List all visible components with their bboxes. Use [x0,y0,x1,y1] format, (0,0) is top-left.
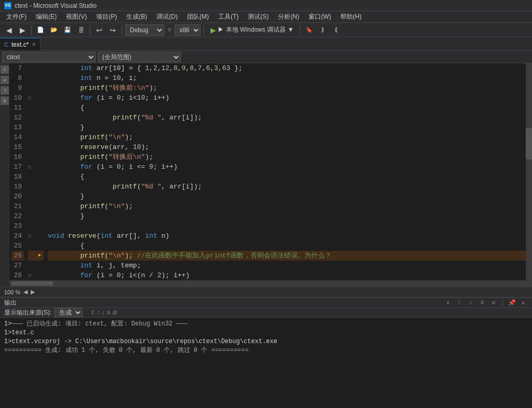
code-line-28: for (i = 0; i<(n / 2); i++) [48,270,526,280]
output-sep [502,299,503,306]
breakpoint-gutter: ➤ [35,63,44,280]
menu-analyze[interactable]: 分析(N) [274,11,303,23]
fold-8 [28,73,35,83]
output-clear-btn[interactable]: ⊘ [489,298,498,307]
fold-21 [28,201,35,211]
code-line-23 [48,221,526,231]
vertical-scrollbar[interactable] [526,63,532,280]
fold-24[interactable]: ⊟ [28,231,35,241]
code-line-25: { [48,241,526,251]
nav-bar: ctext (全局范围) [0,51,532,63]
fold-7 [28,63,35,73]
fold-13 [28,123,35,132]
output-line-2: 1>text.c [4,329,528,337]
scroll-left-icon[interactable]: ◀ [23,289,28,295]
line-num-13: 13 [11,123,24,132]
bp-18 [35,172,44,182]
toolbar-separator-3 [122,25,122,35]
code-line-10: for (i = 0; i<10; i++) [48,93,526,103]
new-button[interactable]: 📄 [35,24,46,36]
save-button[interactable]: 💾 [62,24,73,36]
bp-20 [35,192,44,201]
fold-17[interactable]: ⊟ [28,162,35,172]
code-line-8: int n = 10, i; [48,73,526,83]
menu-debug[interactable]: 调试(D) [152,11,182,23]
output-wrap-btn[interactable]: ≡ [477,298,487,307]
line-num-10: 10 [11,93,24,103]
toolbar-separator-2 [90,25,90,35]
activity-icon-2[interactable]: ⊕ [1,76,9,84]
back-button[interactable]: ◀ [3,24,15,36]
toolbar-separator-4 [204,25,204,35]
tab-close-icon[interactable]: ✕ [32,42,36,47]
code-line-20: } [48,192,526,201]
open-button[interactable]: 📂 [48,24,60,36]
output-toolbar: ⬆ ↑ ↓ ≡ ⊘ 📌 ✕ [443,298,528,307]
activity-icon-1[interactable]: ≡ [1,65,9,74]
code-line-27: int i, j, temp; [48,261,526,270]
output-close-btn[interactable]: ✕ [518,298,528,307]
activity-icon-3[interactable]: ⌖ [1,86,9,94]
platform-dropdown[interactable]: x86 x64 [175,24,201,36]
output-pin-btn[interactable]: 📌 [507,298,516,307]
redo-button[interactable]: ↪ [107,24,118,36]
run-button[interactable]: ▶ ▶ 本地 Windows 调试器 ▼ [207,25,297,34]
h-scroll-thumb[interactable] [11,281,53,285]
line-num-17: 17 [11,162,24,172]
forward-button[interactable]: ▶ [17,24,28,36]
save-all-button[interactable]: 🗄 [75,24,87,36]
code-line-19: printf("%d ", arr[i]); [48,182,526,192]
line-num-26: 26 [11,251,24,261]
output-source-label: 显示输出来源(S): [4,308,51,317]
code-line-22: } [48,211,526,221]
code-editor: 7 8 9 10 11 12 13 14 15 16 17 18 19 20 2… [9,63,532,287]
horizontal-scrollbar[interactable] [9,280,532,287]
bp-28 [35,270,44,280]
bp-27 [35,261,44,270]
output-line-1: 1>——— 已启动生成: 项目: ctext, 配置: Debug Win32 … [4,320,528,329]
bookmark-button[interactable]: 🔖 [303,24,315,36]
nav-right-dropdown[interactable]: (全局范围) [98,52,181,62]
menu-team[interactable]: 团队(M) [183,11,213,23]
fold-10[interactable]: ⊟ [28,93,35,103]
menu-help[interactable]: 帮助(H) [336,11,366,23]
fold-25 [28,241,35,251]
fold-28[interactable]: ⊟ [28,270,35,280]
activity-icon-4[interactable]: ⊞ [1,97,9,105]
toolbar-btn-6[interactable]: ⟫ [317,24,328,36]
scroll-right-icon[interactable]: ▶ [31,289,35,295]
menu-build[interactable]: 生成(B) [122,11,151,23]
menu-edit[interactable]: 编辑(E) [32,11,61,23]
fold-26 [28,251,35,261]
zoom-bar: 100 % ◀ ▶ [0,287,532,297]
bp-14 [35,132,44,142]
bp-7 [35,63,44,73]
menu-file[interactable]: 文件(F) [2,11,31,23]
output-scroll-down-btn[interactable]: ↓ [466,298,475,307]
output-source-dropdown[interactable]: 生成 [55,308,83,317]
menu-project[interactable]: 项目(P) [92,11,121,23]
menu-view[interactable]: 视图(V) [62,11,91,23]
line-num-27: 27 [11,261,24,270]
title-text: ctext - Microsoft Visual Studio [15,2,97,9]
bp-8 [35,73,44,83]
nav-left-dropdown[interactable]: ctext [2,52,96,62]
code-line-12: printf("%d ", arr[i]); [48,113,526,123]
scroll-thumb[interactable] [526,128,532,159]
menu-window[interactable]: 窗口(W) [304,11,335,23]
code-line-9: printf("转换前:\n"); [48,83,526,93]
line-num-12: 12 [11,113,24,123]
tab-textc[interactable]: C text.c* ✕ [0,38,41,50]
code-line-15: reserve(arr, 10); [48,142,526,152]
config-dropdown[interactable]: Debug Release [125,24,164,36]
activity-bar: ≡ ⊕ ⌖ ⊞ [0,63,9,287]
toolbar-btn-7[interactable]: ⟪ [330,24,342,36]
output-filter-btn[interactable]: ⬆ [443,298,453,307]
menu-tools[interactable]: 工具(T) [214,11,243,23]
output-scroll-up-btn[interactable]: ↑ [455,298,464,307]
menu-test[interactable]: 测试(S) [244,11,273,23]
fold-20 [28,192,35,201]
output-title: 输出 [4,298,17,307]
code-content[interactable]: int arr[10] = { 1,2,12,8,9,8,7,6,3,63 };… [44,63,526,280]
undo-button[interactable]: ↩ [94,24,105,36]
